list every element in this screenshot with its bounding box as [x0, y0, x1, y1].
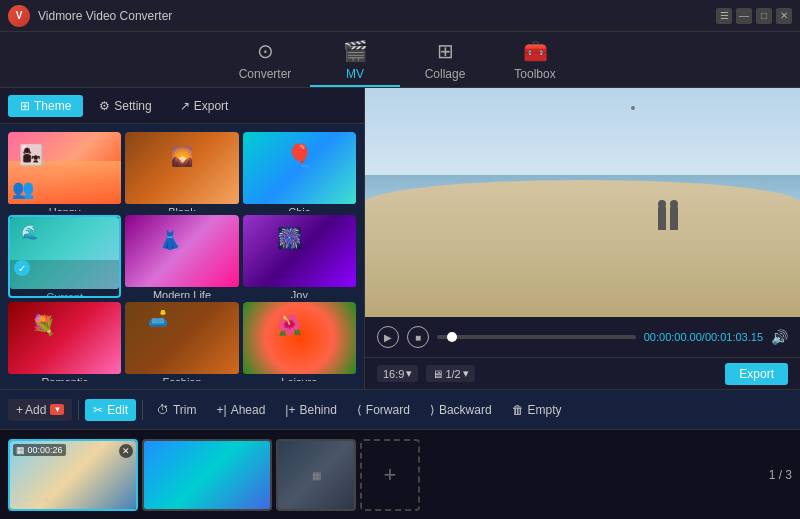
edit-label: Edit: [107, 403, 128, 417]
bottom-toolbar: + Add ▼ ✂ Edit ⏱ Trim +| Ahead |+ Behind…: [0, 389, 800, 429]
empty-button[interactable]: 🗑 Empty: [504, 399, 570, 421]
clip-1-close[interactable]: ✕: [119, 444, 133, 458]
tab-mv[interactable]: 🎬 MV: [310, 35, 400, 87]
tab-collage-label: Collage: [425, 67, 466, 81]
tab-collage[interactable]: ⊞ Collage: [400, 35, 490, 87]
play-button[interactable]: ▶: [377, 326, 399, 348]
figure-2: [670, 206, 678, 230]
sub-tabs: ⊞ Theme ⚙ Setting ↗ Export: [0, 88, 364, 124]
subtab-theme[interactable]: ⊞ Theme: [8, 95, 83, 117]
subtab-setting-label: Setting: [114, 99, 151, 113]
add-dropdown-icon: ▼: [50, 404, 64, 415]
tab-converter[interactable]: ⊙ Converter: [220, 35, 310, 87]
nav-bar: ⊙ Converter 🎬 MV ⊞ Collage 🧰 Toolbox: [0, 32, 800, 88]
play-small-icon: ▶: [13, 495, 20, 506]
quality-selector[interactable]: 🖥 1/2 ▾: [426, 365, 474, 382]
add-button[interactable]: + Add ▼: [8, 399, 72, 421]
theme-modernlife[interactable]: 👗 Modern Life: [125, 215, 238, 298]
edit-button[interactable]: ✂ Edit: [85, 399, 136, 421]
trim-button[interactable]: ⏱ Trim: [149, 399, 205, 421]
quality-dropdown-icon: ▾: [463, 367, 469, 380]
export-tab-icon: ↗: [180, 99, 190, 113]
theme-joy[interactable]: 🎆 Joy: [243, 215, 356, 298]
trim-label: Trim: [173, 403, 197, 417]
theme-romantic-thumb: 💐: [8, 302, 121, 374]
theme-chic[interactable]: 🎈 Chic: [243, 132, 356, 211]
theme-simple-thumb: 🌊: [10, 217, 119, 289]
star-icon: ☆: [34, 495, 42, 506]
edit-icon: ✂: [93, 403, 103, 417]
theme-chic-label: Chic: [243, 204, 356, 211]
beach-sand: [365, 180, 800, 317]
tab-converter-label: Converter: [239, 67, 292, 81]
timeline-clip-2[interactable]: [142, 439, 272, 511]
backward-button[interactable]: ⟩ Backward: [422, 399, 500, 421]
timeline-clip-3[interactable]: ▦: [276, 439, 356, 511]
quality-label: 1/2: [445, 368, 460, 380]
theme-happy[interactable]: 👩‍👧 Happy: [8, 132, 121, 211]
theme-simple[interactable]: 🌊 ✓ Current: [8, 215, 121, 298]
clip-1-icons: ▶ ✂ ☆ ⌖: [13, 495, 50, 506]
volume-icon[interactable]: 🔊: [771, 329, 788, 345]
page-indicator: 1 / 3: [769, 468, 792, 482]
forward-label: Forward: [366, 403, 410, 417]
theme-leisure-thumb: 🌺: [243, 302, 356, 374]
subtab-export[interactable]: ↗ Export: [168, 95, 241, 117]
theme-modernlife-thumb: 👗: [125, 215, 238, 287]
theme-leisure[interactable]: 🌺 Leisure: [243, 302, 356, 381]
app-title: Vidmore Video Converter: [38, 9, 716, 23]
theme-happy-thumb: 👩‍👧: [8, 132, 121, 204]
maximize-button[interactable]: □: [756, 8, 772, 24]
ratio-dropdown-icon: ▾: [406, 367, 412, 380]
theme-leisure-label: Leisure: [243, 374, 356, 381]
progress-bar[interactable]: [437, 335, 636, 339]
ratio-label: 16:9: [383, 368, 404, 380]
theme-happy-label: Happy: [8, 204, 121, 211]
tab-toolbox[interactable]: 🧰 Toolbox: [490, 35, 580, 87]
stop-button[interactable]: ■: [407, 326, 429, 348]
beach-figures: [658, 206, 678, 230]
theme-joy-thumb: 🎆: [243, 215, 356, 287]
menu-button[interactable]: ☰: [716, 8, 732, 24]
theme-blank[interactable]: 🌄 Blank: [125, 132, 238, 211]
close-button[interactable]: ✕: [776, 8, 792, 24]
ratio-selector[interactable]: 16:9 ▾: [377, 365, 418, 382]
trim-icon: ⏱: [157, 403, 169, 417]
add-icon: +: [16, 403, 23, 417]
video-tools: 16:9 ▾ 🖥 1/2 ▾ Export: [365, 357, 800, 389]
figure-1: [658, 206, 666, 230]
theme-grid: 👩‍👧 Happy 🌄 Blank 🎈 Chic: [0, 124, 364, 389]
trash-icon: 🗑: [512, 403, 524, 417]
theme-joy-label: Joy: [243, 287, 356, 298]
theme-romantic[interactable]: 💐 Romantic: [8, 302, 121, 381]
behind-icon: |+: [285, 403, 295, 417]
ahead-icon: +|: [217, 403, 227, 417]
subtab-theme-label: Theme: [34, 99, 71, 113]
export-button[interactable]: Export: [725, 363, 788, 385]
tab-toolbox-label: Toolbox: [514, 67, 555, 81]
beach-scene: [365, 88, 800, 317]
selected-check: ✓: [14, 260, 30, 276]
theme-simple-label: Current: [10, 289, 119, 298]
subtab-setting[interactable]: ⚙ Setting: [87, 95, 163, 117]
forward-button[interactable]: ⟨ Forward: [349, 399, 418, 421]
film-icon-1: ▦: [16, 445, 25, 455]
backward-icon: ⟩: [430, 403, 435, 417]
divider-1: [78, 400, 79, 420]
minimize-button[interactable]: —: [736, 8, 752, 24]
progress-thumb: [447, 332, 457, 342]
add-clip-button[interactable]: +: [360, 439, 420, 511]
behind-button[interactable]: |+ Behind: [277, 399, 345, 421]
add-label: Add: [25, 403, 46, 417]
theme-fashion-label: Fashion: [125, 374, 238, 381]
window-controls: ☰ — □ ✕: [716, 8, 792, 24]
left-panel: ⊞ Theme ⚙ Setting ↗ Export 👩‍👧 Happy: [0, 88, 365, 389]
scissors-icon: ✂: [23, 495, 31, 506]
toolbox-icon: 🧰: [523, 39, 548, 63]
timeline-clip-1[interactable]: ✕ ▦ 00:00:26 ▶ ✂ ☆ ⌖: [8, 439, 138, 511]
ahead-label: Ahead: [231, 403, 266, 417]
ahead-button[interactable]: +| Ahead: [209, 399, 274, 421]
tab-mv-label: MV: [346, 67, 364, 81]
main-content: ⊞ Theme ⚙ Setting ↗ Export 👩‍👧 Happy: [0, 88, 800, 389]
theme-fashion[interactable]: 🛋️ Fashion: [125, 302, 238, 381]
